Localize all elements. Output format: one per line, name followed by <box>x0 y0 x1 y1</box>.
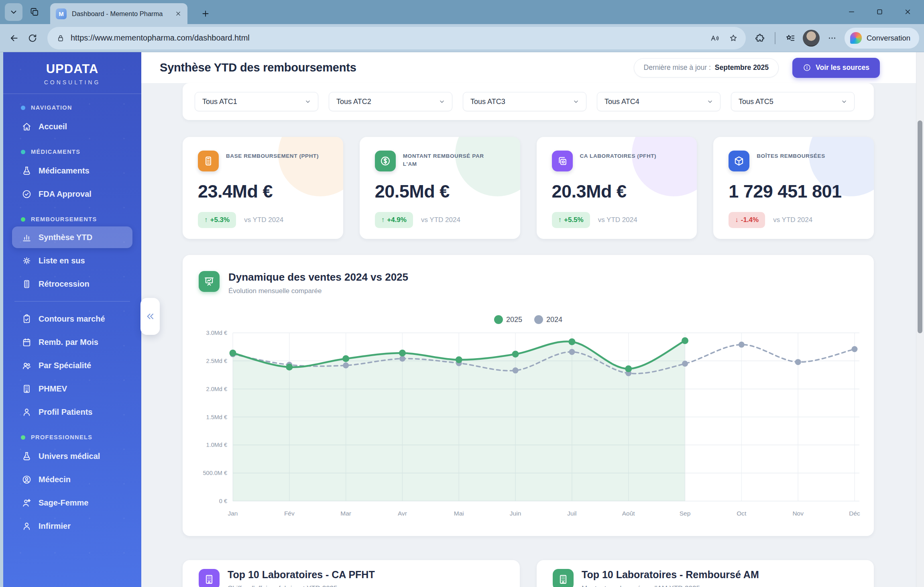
back-arrow-icon <box>9 33 19 43</box>
chevron-down-icon <box>841 98 848 105</box>
browser-tab[interactable]: M Dashboard - Memento Pharma <box>50 3 187 24</box>
check-circle-icon <box>22 189 32 199</box>
kpi-value: 23.4Md € <box>198 181 330 202</box>
filter-atc5-select[interactable]: Tous ATC5 <box>731 92 855 111</box>
favorites-list-icon <box>785 33 796 43</box>
scrollbar-thumb[interactable] <box>918 120 922 333</box>
users-icon <box>22 361 32 371</box>
svg-text:2.5Md €: 2.5Md € <box>206 358 227 364</box>
kpi-label: MONTANT REMBOURSÉ PAR L'AM <box>403 152 499 169</box>
maximize-button[interactable] <box>865 0 893 23</box>
filter-atc1-select[interactable]: Tous ATC1 <box>195 92 318 111</box>
favorite-button[interactable] <box>725 30 742 47</box>
sidebar-collapse-button[interactable] <box>140 298 160 335</box>
sidebar-item-medicaments[interactable]: Médicaments <box>12 159 132 182</box>
minimize-button[interactable] <box>837 0 865 23</box>
top10-ca-pfht-card: Top 10 Laboratoires - CA PFHT Chiffre d'… <box>183 560 520 587</box>
sidebar-item-liste-en-sus[interactable]: Liste en sus <box>12 249 132 272</box>
info-icon <box>803 63 811 72</box>
sidebar-item-fda-approval[interactable]: FDA Approval <box>12 182 132 206</box>
window-controls <box>837 0 922 23</box>
tab-title: Dashboard - Memento Pharma <box>72 10 175 18</box>
bar-chart-icon <box>22 232 32 243</box>
sidebar-item-profil-patients[interactable]: Profil Patients <box>12 400 132 424</box>
svg-text:2.0Md €: 2.0Md € <box>206 386 227 392</box>
presentation-chart-icon <box>199 271 220 292</box>
section-dot <box>21 217 25 222</box>
puzzle-icon <box>755 33 765 43</box>
address-bar[interactable]: https://www.mementopharma.com/dashboard.… <box>47 27 746 49</box>
legend-item-2025[interactable]: 2025 <box>494 315 522 324</box>
svg-text:500.0M €: 500.0M € <box>203 470 227 476</box>
flask-icon <box>22 451 32 461</box>
tab-close-icon[interactable] <box>175 10 182 17</box>
new-tab-button[interactable] <box>197 5 214 22</box>
filter-atc4-select[interactable]: Tous ATC4 <box>597 92 720 111</box>
kpi-label: CA LABORATOIRES (PFHT) <box>580 152 657 160</box>
legend-dot <box>534 315 543 324</box>
tab-groups-icon <box>30 7 39 17</box>
svg-text:Mai: Mai <box>454 510 464 517</box>
last-update-value: Septembre 2025 <box>715 63 769 72</box>
section-dot <box>21 435 25 440</box>
main-content: Synthèse YTD des remboursements Dernière… <box>141 52 916 587</box>
sidebar-item-retrocession[interactable]: Rétrocession <box>12 272 132 296</box>
sidebar-item-univers-medical[interactable]: Univers médical <box>12 444 132 468</box>
tab-groups-button[interactable] <box>26 3 43 21</box>
sidebar-item-remb-par-mois[interactable]: Remb. par Mois <box>12 330 132 354</box>
chevron-down-icon <box>304 98 311 105</box>
favorites-bar-button[interactable] <box>781 29 800 47</box>
filter-atc3-select[interactable]: Tous ATC3 <box>463 92 586 111</box>
sidebar-item-medecin[interactable]: Médecin <box>12 468 132 491</box>
sidebar-item-sage-femme[interactable]: Sage-Femme <box>12 491 132 514</box>
kpi-card-boites-remboursees: BOÎTES REMBOURSÉES 1 729 451 801 ↓-1.4% … <box>713 137 874 239</box>
bottom-cards-row: Top 10 Laboratoires - CA PFHT Chiffre d'… <box>183 560 874 587</box>
kpi-vs-label: vs YTD 2024 <box>598 216 637 224</box>
kpi-delta-badge: ↓-1.4% <box>729 212 765 228</box>
calculator-icon <box>22 279 32 289</box>
legend-item-2024[interactable]: 2024 <box>534 315 562 324</box>
tab-search-button[interactable] <box>5 3 22 21</box>
browser-tab-strip: M Dashboard - Memento Pharma <box>0 0 924 24</box>
sources-button[interactable]: Voir les sources <box>792 58 880 78</box>
sidebar-divider <box>14 301 130 302</box>
sidebar-divider <box>3 94 141 94</box>
page-scrollbar[interactable] <box>916 52 924 587</box>
chevrons-left-icon <box>145 311 156 322</box>
section-remboursements: REMBOURSEMENTS <box>21 216 141 222</box>
card-subtitle: Montant remboursé par l'AM YTD 2025 <box>582 585 759 587</box>
profile-avatar[interactable] <box>803 30 820 47</box>
section-medicaments: MÉDICAMENTS <box>21 149 141 155</box>
svg-text:Juin: Juin <box>510 510 521 517</box>
back-button[interactable] <box>5 29 23 47</box>
copilot-button[interactable]: Conversation <box>845 28 919 49</box>
read-aloud-button[interactable] <box>706 30 723 47</box>
svg-text:Mar: Mar <box>340 510 351 517</box>
sidebar-item-par-specialite[interactable]: Par Spécialité <box>12 354 132 377</box>
copy-icon <box>552 151 573 171</box>
extensions-button[interactable] <box>751 29 769 47</box>
kpi-card-base-remboursement: BASE REMBOURSEMENT (PPHT) 23.4Md € ↑+5.3… <box>183 137 343 239</box>
filter-atc2-select[interactable]: Tous ATC2 <box>329 92 452 111</box>
sidebar-item-infirmier[interactable]: Infirmier <box>12 514 132 538</box>
copilot-label: Conversation <box>867 34 910 43</box>
kpi-value: 1 729 451 801 <box>729 181 860 202</box>
sidebar-item-phmev[interactable]: PHMEV <box>12 377 132 400</box>
clipboard-check-icon <box>22 314 32 324</box>
logo-subtitle: CONSULTING <box>3 79 141 86</box>
section-dot <box>21 106 25 110</box>
refresh-button[interactable] <box>23 29 42 47</box>
app-logo: UPDATA CONSULTING <box>3 52 141 94</box>
close-window-button[interactable] <box>893 0 922 23</box>
user-icon <box>22 521 32 531</box>
svg-text:1.5Md €: 1.5Md € <box>206 414 227 420</box>
filters-card: Tous ATC1 Tous ATC2 Tous ATC3 Tous ATC4 … <box>183 83 874 120</box>
refresh-icon <box>27 33 38 43</box>
more-options-button[interactable] <box>823 29 841 47</box>
page-title: Synthèse YTD des remboursements <box>160 61 356 74</box>
svg-text:0 €: 0 € <box>219 498 227 504</box>
sidebar-item-accueil[interactable]: Accueil <box>12 115 132 138</box>
sidebar-item-contours-marche[interactable]: Contours marché <box>12 307 132 330</box>
chevron-down-icon <box>438 98 446 105</box>
sidebar-item-synthese-ytd[interactable]: Synthèse YTD <box>12 226 132 248</box>
